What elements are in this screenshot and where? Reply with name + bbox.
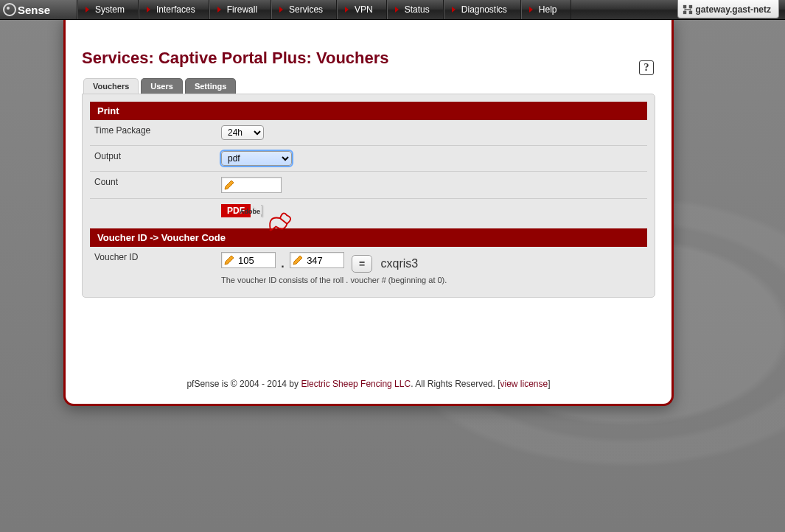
input-roll-wrap xyxy=(221,252,276,268)
tab-vouchers[interactable]: Vouchers xyxy=(83,78,139,94)
svg-rect-0 xyxy=(683,5,685,8)
section-voucher-header: Voucher ID -> Voucher Code xyxy=(90,228,647,247)
label-output: Output xyxy=(90,146,217,172)
input-vnum[interactable] xyxy=(305,255,343,266)
input-count-wrap xyxy=(221,177,282,193)
tab-users[interactable]: Users xyxy=(141,78,183,94)
nav-item-interfaces[interactable]: Interfaces xyxy=(139,0,209,19)
label-voucher-id: Voucher ID xyxy=(90,247,217,290)
brand-logo: Sense xyxy=(0,0,77,19)
dot-separator: . xyxy=(281,257,284,270)
pdf-download-button[interactable]: PDF Adobe xyxy=(221,204,274,217)
nav-item-system[interactable]: System xyxy=(77,0,139,19)
equals-button[interactable]: = xyxy=(352,255,372,273)
pencil-icon xyxy=(223,254,235,266)
nav-item-firewall[interactable]: Firewall xyxy=(209,0,271,19)
nav-item-diagnostics[interactable]: Diagnostics xyxy=(444,0,521,19)
svg-rect-3 xyxy=(688,11,691,14)
input-vnum-wrap xyxy=(290,252,344,268)
select-time-package[interactable]: 24h xyxy=(221,125,264,140)
footer-license-link[interactable]: view license xyxy=(500,379,548,389)
panel: Print Time Package 24h Output pdf xyxy=(82,94,655,298)
nav-item-help[interactable]: Help xyxy=(521,0,571,19)
nav-item-services[interactable]: Services xyxy=(271,0,337,19)
voucher-code: cxqris3 xyxy=(381,257,419,270)
gear-icon xyxy=(3,3,16,16)
hostname-text: gateway.gast-netz xyxy=(696,4,771,15)
network-icon xyxy=(683,4,693,15)
hostname-tab[interactable]: gateway.gast-netz xyxy=(677,0,779,18)
voucher-hint: The voucher ID consists of the roll . vo… xyxy=(221,276,643,284)
svg-rect-1 xyxy=(688,5,691,8)
label-count: Count xyxy=(90,172,217,199)
tab-settings[interactable]: Settings xyxy=(185,78,236,94)
tab-bar: Vouchers Users Settings xyxy=(83,78,655,94)
nav-item-status[interactable]: Status xyxy=(387,0,444,19)
adobe-text: Adobe xyxy=(240,208,260,215)
top-nav: Sense SystemInterfacesFirewallServicesVP… xyxy=(0,0,785,20)
pencil-icon xyxy=(292,254,304,266)
brand-text: Sense xyxy=(18,4,50,16)
select-output[interactable]: pdf xyxy=(221,151,292,166)
input-count[interactable] xyxy=(237,180,281,191)
content-card: ? Services: Captive Portal Plus: Voucher… xyxy=(63,18,674,406)
pdf-page-icon: Adobe xyxy=(261,205,262,217)
input-roll[interactable] xyxy=(237,255,275,266)
section-print-header: Print xyxy=(90,102,647,120)
pencil-icon xyxy=(223,179,235,191)
footer: pfSense is © 2004 - 2014 by Electric She… xyxy=(82,379,655,389)
nav-item-vpn[interactable]: VPN xyxy=(337,0,387,19)
footer-org-link[interactable]: Electric Sheep Fencing LLC xyxy=(301,379,411,389)
label-time-package: Time Package xyxy=(90,120,217,146)
svg-rect-2 xyxy=(683,11,685,14)
help-icon[interactable]: ? xyxy=(639,60,654,75)
page-title: Services: Captive Portal Plus: Vouchers xyxy=(82,49,655,68)
